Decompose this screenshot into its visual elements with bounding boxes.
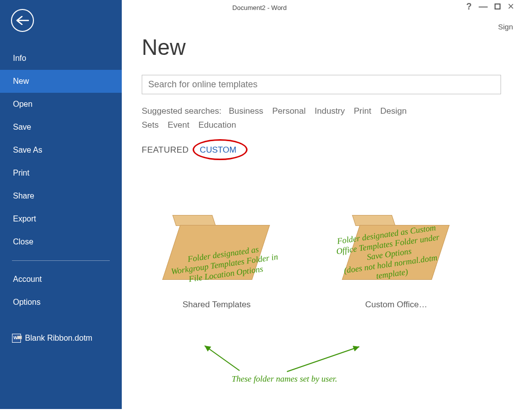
backstage-sidebar: InfoNewOpenSaveSave AsPrintShareExportCl… bbox=[0, 0, 122, 409]
sidebar-item-close[interactable]: Close bbox=[0, 230, 122, 253]
sidebar-item-info[interactable]: Info bbox=[0, 47, 122, 70]
folder-label: Shared Templates bbox=[183, 300, 251, 310]
folder-label: Custom Office… bbox=[365, 300, 427, 310]
folder-shared-templates[interactable]: Shared Templates bbox=[172, 215, 261, 310]
folder-icon bbox=[354, 215, 439, 280]
sidebar-item-share[interactable]: Share bbox=[0, 185, 122, 208]
sidebar-item-account[interactable]: Account bbox=[0, 268, 122, 291]
recent-document-link[interactable]: Blank Ribbon.dotm bbox=[0, 331, 122, 346]
sidebar-item-new[interactable]: New bbox=[0, 70, 122, 93]
suggested-event[interactable]: Event bbox=[168, 120, 189, 130]
recent-doc-name: Blank Ribbon.dotm bbox=[25, 334, 92, 343]
annotation-arrow-left bbox=[200, 343, 245, 373]
close-button[interactable]: × bbox=[508, 2, 514, 11]
folder-icon bbox=[174, 215, 259, 280]
suggested-label: Suggested searches: bbox=[142, 106, 222, 116]
help-icon[interactable]: ? bbox=[466, 2, 472, 11]
title-bar: Document2 - Word ? — × bbox=[0, 0, 519, 15]
sidebar-item-open[interactable]: Open bbox=[0, 93, 122, 116]
maximize-button[interactable] bbox=[495, 3, 501, 9]
template-search-input[interactable] bbox=[148, 79, 495, 90]
suggested-print[interactable]: Print bbox=[354, 106, 371, 116]
suggested-business[interactable]: Business bbox=[229, 106, 263, 116]
sidebar-item-save[interactable]: Save bbox=[0, 116, 122, 139]
suggested-personal[interactable]: Personal bbox=[272, 106, 305, 116]
svg-line-1 bbox=[287, 347, 359, 372]
sidebar-item-print[interactable]: Print bbox=[0, 162, 122, 185]
menu-separator bbox=[12, 260, 110, 261]
template-search-container bbox=[142, 75, 501, 94]
svg-line-0 bbox=[205, 346, 240, 371]
suggested-education[interactable]: Education bbox=[199, 120, 237, 130]
annotation-arrow-right bbox=[284, 344, 364, 374]
folder-custom-office[interactable]: Custom Office… bbox=[351, 215, 441, 310]
back-arrow-icon bbox=[16, 16, 29, 25]
main-panel: New Suggested searches: BusinessPersonal… bbox=[122, 20, 519, 310]
window-title: Document2 - Word bbox=[233, 4, 287, 11]
tab-featured[interactable]: FEATURED bbox=[142, 145, 189, 155]
sidebar-item-save-as[interactable]: Save As bbox=[0, 139, 122, 162]
suggested-industry[interactable]: Industry bbox=[315, 106, 345, 116]
minimize-button[interactable]: — bbox=[479, 2, 488, 11]
word-doc-icon bbox=[12, 334, 21, 343]
tab-custom-label: CUSTOM bbox=[200, 145, 236, 155]
suggested-searches: Suggested searches: BusinessPersonalIndu… bbox=[142, 104, 499, 132]
sidebar-item-export[interactable]: Export bbox=[0, 208, 122, 230]
page-title: New bbox=[142, 35, 499, 60]
template-folders: Shared Templates Custom Office… bbox=[142, 215, 499, 310]
annotation-bottom: These folder names set by user. bbox=[205, 374, 364, 384]
sidebar-item-options[interactable]: Options bbox=[0, 291, 122, 314]
template-source-tabs: FEATURED CUSTOM bbox=[142, 145, 499, 155]
tab-custom[interactable]: CUSTOM bbox=[200, 145, 236, 155]
